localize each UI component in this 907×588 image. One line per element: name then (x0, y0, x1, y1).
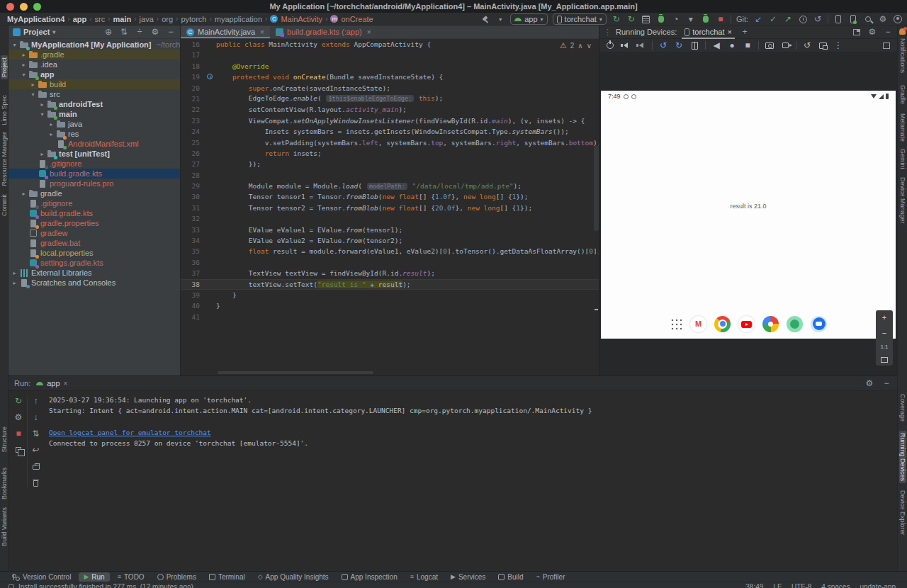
clear-all-button[interactable] (31, 477, 41, 487)
profiler-icon[interactable]: ◔ (671, 14, 681, 24)
tool-button-problems[interactable]: Problems (152, 572, 201, 582)
scroll-down-button[interactable]: ↓ (31, 412, 41, 422)
device-manager-icon[interactable] (848, 14, 858, 24)
tool-button-todo[interactable]: ≡TODO (113, 572, 150, 582)
run-console-output[interactable]: 2025-03-27 19:36:54: Launching app on 't… (49, 395, 890, 448)
tree-item-res[interactable]: ▸res (9, 129, 180, 139)
code-line-16[interactable]: 16public class MainActivity extends AppC… (181, 39, 599, 50)
run-configuration-selector[interactable]: app ▾ (510, 13, 547, 25)
tool-button-terminal[interactable]: Terminal (204, 572, 250, 582)
code-line-30[interactable]: 30 Tensor tensor1 = Tensor.fromBlob(new … (181, 191, 599, 202)
tree-item-gradle[interactable]: ▸.gradle (9, 50, 180, 60)
tool-button-build[interactable]: Build (493, 572, 528, 582)
breadcrumb-item-main[interactable]: main (113, 15, 132, 23)
rotate-right-button[interactable]: ↻ (674, 40, 684, 50)
next-warning-icon[interactable]: ∨ (587, 42, 592, 50)
user-avatar[interactable] (893, 14, 903, 24)
run-tab-app[interactable]: app × (36, 379, 67, 388)
tool-button-services[interactable]: ▶Services (446, 572, 490, 582)
search-everywhere-icon[interactable] (863, 14, 873, 24)
stop-icon[interactable]: ■ (716, 14, 726, 24)
more-options-button[interactable]: ⋮ (833, 40, 843, 50)
tree-item-androidtest[interactable]: ▸androidTest (9, 99, 180, 109)
locate-file-icon[interactable]: ⊕ (103, 27, 113, 37)
code-line-34[interactable]: 34 EValue eValue2 = EValue.from(tensor2)… (181, 235, 599, 246)
tool-button-app-quality-insights[interactable]: ◇App Quality Insights (253, 572, 334, 582)
tool-strip-running-devices[interactable]: Running Devices (899, 431, 906, 483)
code-line-26[interactable]: 26 return insets; (181, 148, 599, 159)
tree-item-gradle-properties[interactable]: gradle.properties (9, 218, 180, 228)
screen-record-button[interactable] (780, 40, 790, 50)
tool-strip-gemini[interactable]: Gemini (899, 149, 906, 169)
code-line-25[interactable]: 25 v.setPadding(systemBars.left, systemB… (181, 137, 599, 148)
git-rollback-icon[interactable]: ↺ (813, 14, 823, 24)
code-line-20[interactable]: 20 super.onCreate(savedInstanceState); (181, 83, 599, 94)
tool-strip-structure[interactable]: Structure (1, 426, 8, 453)
code-line-18[interactable]: 18 @Override (181, 61, 599, 72)
code-line-29[interactable]: 29 Module module = Module.load( modelPat… (181, 181, 599, 191)
breadcrumb-item-app[interactable]: app (73, 15, 87, 23)
code-line-37[interactable]: 37 TextView textView = findViewById(R.id… (181, 268, 599, 278)
emulator-screen[interactable]: 7:49 result is 21.0 M (601, 91, 896, 339)
debug-icon[interactable] (656, 14, 666, 24)
apply-changes-icon[interactable]: ↻ (612, 14, 621, 24)
code-editor[interactable]: 16public class MainActivity extends AppC… (181, 39, 599, 375)
tool-strip-limo-spec[interactable]: Limo Spec (1, 95, 8, 125)
print-button[interactable] (31, 461, 41, 471)
code-line-22[interactable]: 22 setContentView(R.layout.activity_main… (181, 104, 599, 115)
code-line-33[interactable]: 33 EValue eValue1 = EValue.from(tensor1)… (181, 225, 599, 235)
code-line-21[interactable]: 21 EdgeToEdge.enable( $this$enableEdgeTo… (181, 94, 599, 104)
tree-item-build[interactable]: ▸build (9, 79, 180, 89)
tool-strip-notifications[interactable]: Notifications (899, 38, 906, 73)
code-line-27[interactable]: 27 }); (181, 159, 599, 169)
inspection-widget[interactable]: ⚠ 2 ∧ ∨ (560, 41, 592, 50)
tree-item-settings-gradle-kts[interactable]: settings.gradle.kts (9, 258, 180, 268)
stop-button[interactable]: ■ (13, 429, 23, 439)
tree-item-proguard-rules-pro[interactable]: proguard-rules.pro (9, 179, 180, 188)
code-line-40[interactable]: 40} (181, 300, 599, 311)
project-view-selector[interactable]: Project ▾ (13, 28, 55, 36)
breadcrumb-item-myapplication[interactable]: myapplication (215, 15, 262, 23)
code-line-38[interactable]: 38 textView.setText("result is " + resul… (181, 279, 599, 290)
tree-item-gitignore[interactable]: .gitignore (9, 159, 180, 169)
run-with-coverage-icon[interactable] (641, 14, 651, 24)
tree-item-gradle[interactable]: ▸gradle (9, 188, 180, 198)
code-line-41[interactable]: 41 (181, 312, 599, 322)
prev-warning-icon[interactable]: ∧ (578, 42, 582, 50)
hide-panel-icon[interactable]: − (883, 27, 893, 37)
code-line-39[interactable]: 39 } (181, 290, 599, 300)
code-line-31[interactable]: 31 Tensor tensor2 = Tensor.fromBlob(new … (181, 203, 599, 213)
rotate-left-button[interactable]: ↺ (658, 40, 668, 50)
tool-strip-gradle[interactable]: Gradle (899, 85, 906, 104)
tree-item-src[interactable]: ▾src (9, 89, 180, 99)
expand-all-icon[interactable]: ÷ (135, 27, 145, 37)
power-button[interactable] (605, 40, 615, 50)
breadcrumb-item-oncreate[interactable]: onCreate (341, 15, 373, 23)
tree-item-androidmanifest-xml[interactable]: AndroidManifest.xml (9, 139, 180, 149)
tree-item-gitignore[interactable]: .gitignore (9, 198, 180, 208)
code-line-17[interactable]: 17 (181, 50, 599, 60)
tool-strip-resource-manager[interactable]: Resource Manager (1, 132, 8, 186)
build-hammer-icon[interactable] (480, 14, 490, 24)
messages-app-icon[interactable] (811, 316, 827, 332)
logcat-panel-link[interactable]: Open logcat panel for emulator torchchat (49, 427, 890, 438)
build-dropdown-icon[interactable]: ▾ (495, 14, 505, 24)
tree-item-gradlew[interactable]: gradlew (9, 228, 180, 238)
zoom-out-button[interactable]: − (882, 329, 886, 337)
breadcrumb-item-src[interactable]: src (95, 15, 106, 23)
caret-position[interactable]: 38:49 (745, 583, 763, 588)
git-commit-icon[interactable]: ✓ (768, 14, 778, 24)
tree-item-test-unittest[interactable]: ▸test [unitTest] (9, 149, 180, 159)
git-branch[interactable]: update-app (860, 583, 896, 588)
code-line-28[interactable]: 28 (181, 170, 599, 181)
tool-strip-commit[interactable]: Commit (1, 194, 8, 216)
screenshot-button[interactable] (765, 40, 774, 50)
git-push-icon[interactable]: ↗ (783, 14, 793, 24)
settings-icon[interactable]: ⚙ (878, 14, 888, 24)
tool-button-logcat[interactable]: ≡Logcat (405, 572, 443, 582)
tree-item-main[interactable]: ▾main (9, 109, 180, 119)
code-line-24[interactable]: 24 Insets systemBars = insets.getInsets(… (181, 126, 599, 137)
tree-item-gradlew-bat[interactable]: gradlew.bat (9, 238, 180, 248)
editor-vertical-scrollbar[interactable] (594, 146, 599, 231)
collapse-all-icon[interactable]: ⇅ (119, 27, 129, 37)
